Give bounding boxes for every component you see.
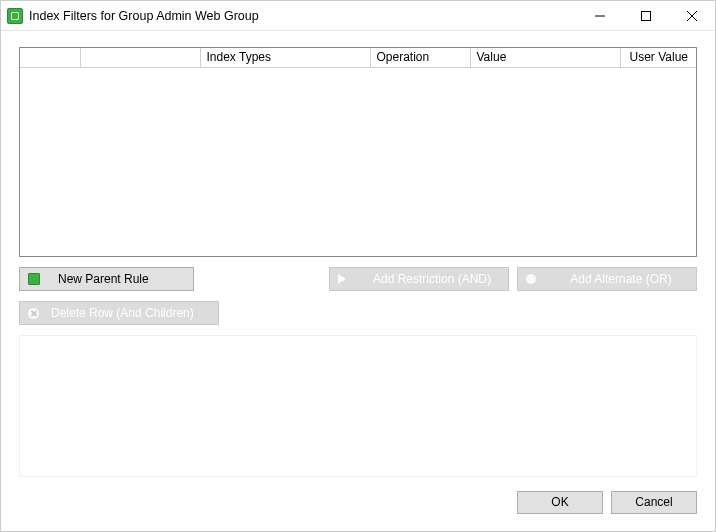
dialog-footer: OK Cancel [1,487,715,531]
rule-toolbar-row2: Delete Row (And Children) [19,301,697,325]
table-header-row: Index Types Operation Value User Value [20,48,696,67]
col-index-types[interactable]: Index Types [200,48,370,67]
svg-rect-0 [642,11,651,20]
new-parent-rule-label: New Parent Rule [58,272,185,286]
minimize-icon [595,11,605,21]
dialog-window: Index Filters for Group Admin Web Group [0,0,716,532]
window-controls [577,1,715,30]
col-blank-2[interactable] [80,48,200,67]
close-button[interactable] [669,1,715,30]
dialog-content: Index Types Operation Value User Value N… [1,31,715,487]
add-alternate-button: Add Alternate (OR) [517,267,697,291]
add-restriction-button: Add Restriction (AND) [329,267,509,291]
new-rule-icon [28,273,40,285]
window-title: Index Filters for Group Admin Web Group [29,9,577,23]
delete-icon [28,308,39,319]
rule-toolbar: New Parent Rule Add Restriction (AND) Ad… [19,267,697,291]
toolbar-spacer [202,267,321,291]
title-bar: Index Filters for Group Admin Web Group [1,1,715,31]
delete-row-button: Delete Row (And Children) [19,301,219,325]
add-alternate-label: Add Alternate (OR) [554,272,688,286]
rules-table: Index Types Operation Value User Value [20,48,696,68]
cancel-button[interactable]: Cancel [611,491,697,514]
col-operation[interactable]: Operation [370,48,470,67]
delete-row-label: Delete Row (And Children) [51,306,210,320]
minimize-button[interactable] [577,1,623,30]
app-icon [7,8,23,24]
add-restriction-label: Add Restriction (AND) [364,272,500,286]
col-blank-1[interactable] [20,48,80,67]
circle-icon [526,274,536,284]
maximize-icon [641,11,651,21]
new-parent-rule-button[interactable]: New Parent Rule [19,267,194,291]
ok-button[interactable]: OK [517,491,603,514]
col-user-value[interactable]: User Value [620,48,696,67]
maximize-button[interactable] [623,1,669,30]
details-panel [19,335,697,477]
cancel-label: Cancel [635,495,672,509]
rules-grid[interactable]: Index Types Operation Value User Value [19,47,697,257]
close-icon [687,11,697,21]
col-value[interactable]: Value [470,48,620,67]
ok-label: OK [551,495,568,509]
play-icon [338,274,346,284]
